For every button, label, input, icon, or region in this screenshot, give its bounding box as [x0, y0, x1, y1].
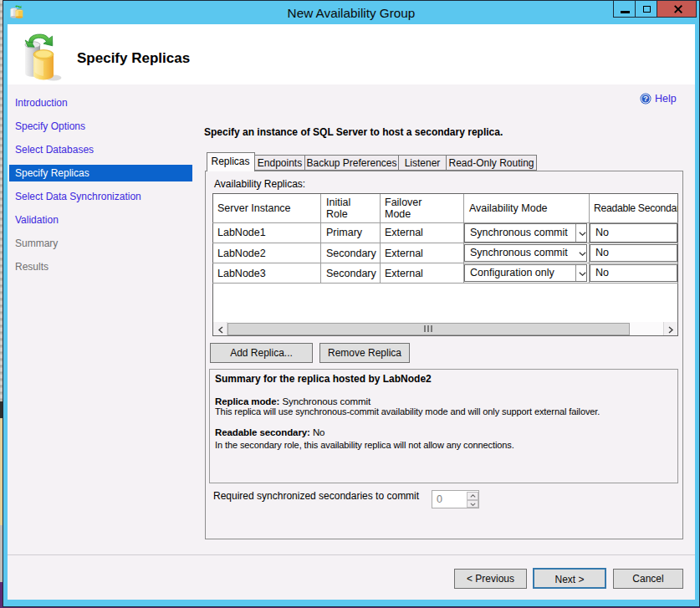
svg-text:?: ? — [643, 94, 648, 103]
